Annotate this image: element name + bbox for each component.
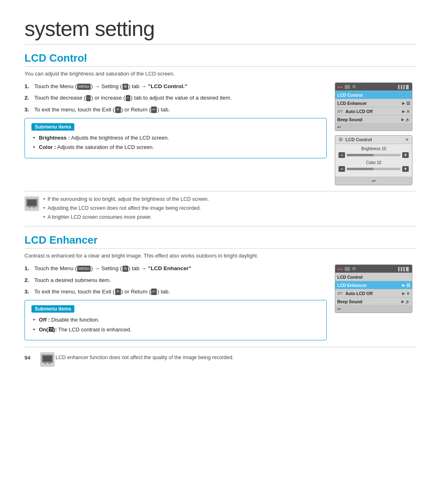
cam2-menu-icon (345, 267, 350, 271)
cam-rec-icon: ●● (337, 84, 343, 89)
cam2-row-lcd-enhancer-icon: ▶ 🖼 (402, 283, 410, 287)
cam-row-lcd-enhancer-icon: ▶ 🖼 (402, 101, 410, 105)
lcd-control-heading: LCD Control (24, 52, 416, 67)
lcd-enhancer-description: Contrast is enhanced for a clear and bri… (24, 253, 416, 259)
cam-sub-header-1: ⚙ LCD Control ✕ (335, 135, 412, 144)
increase-icon: + (126, 95, 130, 102)
step-2-text: Touch the decrease (−) or increase (+) t… (34, 94, 232, 102)
cam-brightness-fill (347, 154, 374, 156)
enh-step-1-text: Touch the Menu (MENU) → Setting (⚙) tab … (34, 264, 191, 273)
submenu-label-2: Submenu items (31, 305, 74, 313)
page-number: 94 (24, 355, 36, 361)
submenu-item-on: On(🖼): The LCD contrast is enhanced. (33, 326, 320, 334)
submenu-list-1: Brightness : Adjusts the brightness of t… (31, 134, 320, 151)
footer-icon-svg (40, 352, 55, 367)
cam-settings-icon: ⚙ (352, 84, 356, 89)
cam-row-beep-sound-1: Beep Sound ▶ 🔊 (335, 115, 412, 123)
svg-rect-7 (43, 356, 52, 362)
cam-row-lcd-control-label: LCD Control (337, 93, 410, 98)
lcd-enhancer-step-3: 3. To exit the menu, touch the Exit (✕) … (24, 288, 327, 296)
camera-topbar-1: ●● ⚙ ▐▐▐▐▌ (335, 83, 412, 91)
cam2-row-lcd-enhancer-label: LCD Enhancer (337, 283, 402, 288)
note-item-1: If the surrounding is too bright, adjust… (43, 195, 209, 203)
submenu-item-color: Color : Adjusts the saturation of the LC… (33, 143, 320, 151)
cam-sub-title-1: LCD Control (345, 137, 403, 142)
cam2-rec-icon: ●● (337, 266, 343, 271)
cam-brightness-track (347, 154, 401, 156)
footer-note-icon (40, 352, 51, 364)
cam2-row-lcd-control: LCD Control (335, 273, 412, 281)
step-num-2: 2. (24, 94, 33, 102)
lcd-enhancer-step-1: 1. Touch the Menu (MENU) → Setting (⚙) t… (24, 264, 327, 273)
lcd-control-steps: 1. Touch the Menu (MENU) → Setting (⚙) t… (24, 82, 327, 114)
note-icon-svg-1 (24, 196, 39, 211)
cam-sub-back-icon-1: ↩ (372, 178, 376, 184)
return-icon: ↩ (151, 107, 157, 113)
off-label: Off : (39, 317, 50, 323)
on-label: On(🖼): (39, 326, 57, 333)
cam2-row-beep-icon: ▶ 🔊 (401, 300, 410, 304)
cam2-row-beep-sound: Beep Sound ▶ 🔊 (335, 297, 412, 305)
lcd-control-notes: If the surrounding is too bright, adjust… (24, 191, 416, 226)
note-item-2: Adjusting the LCD screen does not affect… (43, 204, 209, 212)
cam2-page-indicator: 3/7 (337, 291, 345, 295)
brightness-label: Brightness : (39, 135, 70, 141)
cam-menu-icon (345, 85, 350, 89)
color-label: Color : (39, 144, 56, 150)
cam2-back-btn: ↩ (335, 305, 412, 313)
cam2-row-auto-lcd-icon: ▶ 🖥 (402, 291, 410, 295)
enh-step-3-text: To exit the menu, touch the Exit (✕) or … (34, 288, 170, 296)
cam-color-slider: − + (339, 166, 409, 172)
cam2-row-auto-lcd-off: 3/7 Auto LCD Off ▶ 🖥 (335, 289, 412, 297)
enh-step-1-emphasis: "LCD Enhancer" (148, 265, 192, 271)
footer-note-text: LCD enhancer function does not affect th… (56, 355, 234, 360)
lcd-enhancer-content: 1. Touch the Menu (MENU) → Setting (⚙) t… (24, 264, 416, 340)
submenu-item-off: Off : Disable the function. (33, 316, 320, 324)
cam-color-track (347, 168, 401, 170)
note-icon-1 (24, 196, 39, 211)
lcd-control-notes-text: If the surrounding is too bright, adjust… (43, 195, 209, 222)
lcd-control-step-3: 3. To exit the menu, touch the Exit (✕) … (24, 106, 327, 114)
note-item-3: A brighter LCD screen consumes more powe… (43, 213, 209, 221)
setting-icon: ⚙ (122, 84, 128, 90)
cam2-row-auto-lcd-label: Auto LCD Off (345, 291, 402, 296)
lcd-enhancer-step-2: 2. Touch a desired submenu item. (24, 276, 327, 284)
cam-row-lcd-control: LCD Control (335, 91, 412, 99)
submenu-list-2: Off : Disable the function. On(🖼): The L… (31, 316, 320, 333)
menu-icon: MENU (77, 84, 91, 90)
step-num-1: 1. (24, 82, 33, 91)
cam-brightness-slider: − + (339, 152, 409, 158)
cam-sub-back-1: ↩ (335, 177, 412, 185)
cam-brightness-label: Brightness 10 (339, 147, 409, 151)
enh-step-num-2: 2. (24, 276, 33, 284)
cam2-row-lcd-control-label: LCD Control (337, 275, 410, 280)
lcd-enhancer-heading: LCD Enhancer (24, 234, 416, 249)
exit-icon: ✕ (115, 107, 121, 113)
lcd-control-notes-list: If the surrounding is too bright, adjust… (43, 195, 209, 221)
step-3-text: To exit the menu, touch the Exit (✕) or … (34, 106, 170, 114)
enh-setting-icon: ⚙ (122, 266, 128, 272)
cam2-battery-icon: ▐▐▐▐▌ (397, 267, 410, 271)
lcd-control-submenu-box: Submenu items Brightness : Adjusts the b… (24, 118, 327, 158)
enh-step-num-3: 3. (24, 288, 33, 296)
submenu-label-1: Submenu items (31, 123, 74, 131)
lcd-control-step-1: 1. Touch the Menu (MENU) → Setting (⚙) t… (24, 82, 327, 91)
cam2-settings-icon: ⚙ (352, 266, 356, 271)
cam-sub-body-1: Brightness 10 − + Color 10 − + (335, 144, 412, 177)
lcd-control-steps-area: 1. Touch the Menu (MENU) → Setting (⚙) t… (24, 82, 327, 185)
cam-brightness-plus: + (402, 152, 409, 158)
cam-back-icon-1: ↩ (337, 124, 341, 130)
lcd-control-content: 1. Touch the Menu (MENU) → Setting (⚙) t… (24, 82, 416, 185)
page-title: system setting (24, 16, 416, 44)
cam-color-label: Color 10 (339, 160, 409, 165)
enh-step-num-1: 1. (24, 264, 33, 273)
page-footer: 94 LCD enhancer function does not affect… (24, 347, 416, 364)
enh-exit-icon: ✕ (115, 289, 121, 295)
lcd-control-camera-ui-sub: ⚙ LCD Control ✕ Brightness 10 − + Color … (335, 135, 412, 185)
step-num-3: 3. (24, 106, 33, 114)
cam-row-beep-sound-label-1: Beep Sound (337, 117, 401, 122)
cam-row-lcd-enhancer-label: LCD Enhancer (337, 101, 402, 106)
cam2-row-beep-sound-label: Beep Sound (337, 299, 401, 304)
cam-row-beep-icon-1: ▶ 🔊 (401, 118, 410, 122)
cam-row-auto-lcd-off: 3/7 Auto LCD Off ▶ 🖥 (335, 107, 412, 115)
